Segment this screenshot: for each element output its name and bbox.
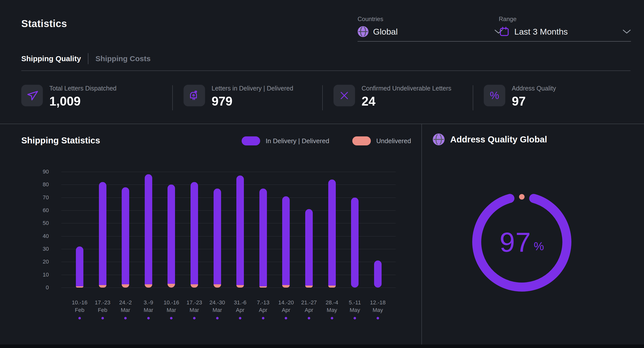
x-tick-label: 17.-23Feb — [95, 299, 110, 314]
y-tick-label: 20 — [43, 258, 49, 265]
bar-undelivered-segment — [328, 286, 336, 288]
tab-shipping-quality[interactable]: Shipping Quality — [21, 54, 81, 63]
x-tick-dot — [78, 317, 81, 319]
gridline — [61, 185, 396, 185]
bar-7-13-Apr[interactable] — [259, 189, 267, 288]
bar-chart-plot — [61, 172, 396, 288]
bar-14-20-Apr[interactable] — [282, 196, 290, 288]
x-tick-dot — [101, 317, 104, 319]
bar-undelivered-segment — [168, 284, 175, 288]
countries-dropdown[interactable]: Countries Global — [358, 16, 503, 42]
x-tick-label: 10.-16Feb — [72, 299, 87, 314]
bar-undelivered-segment — [122, 284, 129, 288]
gridline — [61, 236, 396, 236]
shipping-statistics-title: Shipping Statistics — [21, 135, 100, 145]
bar-undelivered-segment — [305, 286, 313, 288]
x-tick-dot — [216, 317, 219, 319]
y-tick-label: 40 — [43, 233, 49, 239]
address-quality-title: Address Quality Global — [450, 134, 547, 144]
calendar-icon — [499, 26, 510, 37]
bar-delivered-segment — [374, 260, 382, 288]
x-tick-dot — [308, 317, 310, 319]
kpi-divider — [172, 85, 173, 110]
y-tick-label: 60 — [43, 207, 49, 214]
range-value: Last 3 Months — [514, 27, 568, 37]
bar-24-2-Mar[interactable] — [122, 187, 129, 288]
bar-31-6-Apr[interactable] — [236, 176, 244, 288]
bar-undelivered-segment — [191, 284, 198, 288]
bar-undelivered-segment — [259, 286, 267, 288]
countries-label: Countries — [358, 16, 503, 23]
bar-10-16-Feb[interactable] — [76, 246, 83, 288]
x-tick-dot — [124, 317, 127, 319]
bar-delivered-segment — [168, 185, 175, 284]
y-tick-label: 70 — [43, 194, 49, 201]
gridline — [61, 172, 396, 172]
x-tick-dot — [239, 317, 241, 319]
section-divider — [0, 124, 644, 124]
bar-delivered-segment — [305, 209, 313, 286]
x-tick-label: 14.-20Apr — [278, 299, 294, 314]
address-quality-donut: 97 % — [467, 187, 577, 297]
tab-shipping-costs[interactable]: Shipping Costs — [95, 54, 150, 63]
x-tick-label: 7.-13Apr — [257, 299, 269, 314]
bar-undelivered-segment — [282, 285, 290, 288]
bar-3-9-Mar[interactable] — [145, 174, 152, 288]
bar-28-4-May[interactable] — [328, 180, 336, 288]
bar-delivered-segment — [351, 198, 359, 288]
bar-undelivered-segment — [76, 286, 83, 288]
range-dropdown[interactable]: Range Last 3 Months — [499, 16, 631, 42]
x-tick-label: 24.-30Mar — [209, 299, 225, 314]
kpi-card-undeliverable: Confirmed Undeliverable Letters 24 — [334, 85, 451, 109]
x-icon — [334, 85, 355, 106]
kpi-card-in-delivery: Letters in Delivery | Delivered 979 — [184, 85, 293, 109]
mailbox-icon — [184, 85, 205, 106]
countries-underline — [358, 41, 503, 42]
bar-undelivered-segment — [99, 285, 106, 288]
kpi-card-address-quality: % Address Quality 97 — [484, 85, 556, 109]
x-tick-dot — [354, 317, 356, 319]
bottom-edge — [0, 344, 644, 348]
y-axis-labels: 9080706050403020100 — [30, 172, 49, 288]
bar-delivered-segment — [99, 182, 106, 285]
bar-5-11-May[interactable] — [351, 198, 359, 288]
bar-21-27-Apr[interactable] — [305, 209, 313, 288]
gridline — [61, 275, 396, 275]
countries-value: Global — [373, 27, 398, 37]
bar-delivered-segment — [122, 187, 129, 284]
legend-label-delivered: In Delivery | Delivered — [266, 137, 329, 145]
globe-icon — [358, 26, 369, 37]
legend-swatch-undelivered — [352, 136, 371, 145]
donut-percent-suffix: % — [534, 239, 544, 253]
gridline — [61, 210, 396, 211]
kpi-divider — [473, 85, 473, 110]
kpi-value: 97 — [512, 94, 556, 109]
x-tick-label: 24.-2Mar — [119, 299, 132, 314]
kpi-value: 979 — [212, 94, 293, 109]
kpi-divider — [322, 85, 323, 110]
bar-17-23-Feb[interactable] — [99, 182, 106, 288]
gridline — [61, 262, 396, 262]
statistics-dashboard: Statistics Countries Global Range — [0, 0, 644, 348]
bar-10-16-Mar[interactable] — [168, 185, 175, 288]
kpi-value: 24 — [362, 94, 451, 109]
bar-delivered-segment — [76, 246, 83, 286]
address-quality-header: Address Quality Global — [433, 133, 547, 145]
bar-undelivered-segment — [214, 284, 221, 288]
legend-swatch-delivered — [242, 136, 260, 145]
send-icon — [21, 85, 43, 106]
tab-separator — [88, 53, 88, 64]
x-tick-label: 10.-16Mar — [164, 299, 179, 314]
chevron-down-icon[interactable] — [622, 29, 631, 34]
x-tick-label: 5.-11May — [349, 299, 361, 314]
bar-24-30-Mar[interactable] — [214, 189, 221, 288]
x-tick-dot — [331, 317, 333, 319]
gridline — [61, 223, 396, 223]
gridline — [61, 198, 396, 198]
x-tick-label: 31.-6Apr — [234, 299, 246, 314]
bar-12-18-May[interactable] — [374, 260, 382, 288]
x-tick-label: 17.-23Mar — [187, 299, 202, 314]
bar-17-23-Mar[interactable] — [191, 182, 198, 288]
x-tick-dot — [170, 317, 173, 319]
gridline — [61, 249, 396, 249]
